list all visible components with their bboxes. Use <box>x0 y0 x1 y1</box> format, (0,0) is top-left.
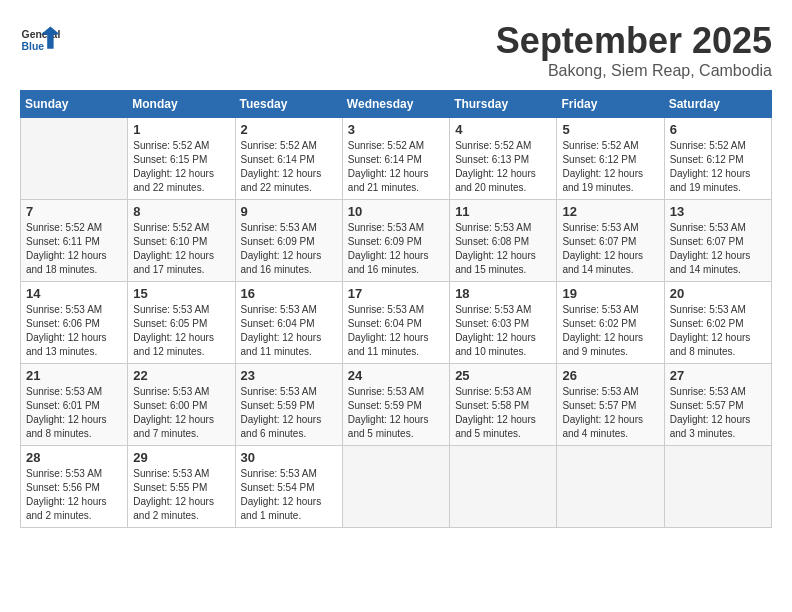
calendar-cell: 29Sunrise: 5:53 AM Sunset: 5:55 PM Dayli… <box>128 446 235 528</box>
calendar-cell: 8Sunrise: 5:52 AM Sunset: 6:10 PM Daylig… <box>128 200 235 282</box>
month-title: September 2025 <box>496 20 772 62</box>
day-info: Sunrise: 5:53 AM Sunset: 5:57 PM Dayligh… <box>670 385 766 441</box>
day-number: 14 <box>26 286 122 301</box>
day-number: 10 <box>348 204 444 219</box>
calendar-cell: 17Sunrise: 5:53 AM Sunset: 6:04 PM Dayli… <box>342 282 449 364</box>
day-info: Sunrise: 5:53 AM Sunset: 6:07 PM Dayligh… <box>670 221 766 277</box>
day-info: Sunrise: 5:53 AM Sunset: 6:07 PM Dayligh… <box>562 221 658 277</box>
day-number: 4 <box>455 122 551 137</box>
day-info: Sunrise: 5:52 AM Sunset: 6:14 PM Dayligh… <box>241 139 337 195</box>
calendar-cell: 24Sunrise: 5:53 AM Sunset: 5:59 PM Dayli… <box>342 364 449 446</box>
day-number: 16 <box>241 286 337 301</box>
day-number: 22 <box>133 368 229 383</box>
calendar-cell: 1Sunrise: 5:52 AM Sunset: 6:15 PM Daylig… <box>128 118 235 200</box>
day-number: 1 <box>133 122 229 137</box>
day-info: Sunrise: 5:53 AM Sunset: 6:04 PM Dayligh… <box>241 303 337 359</box>
calendar-cell: 3Sunrise: 5:52 AM Sunset: 6:14 PM Daylig… <box>342 118 449 200</box>
day-info: Sunrise: 5:53 AM Sunset: 6:08 PM Dayligh… <box>455 221 551 277</box>
calendar-cell: 9Sunrise: 5:53 AM Sunset: 6:09 PM Daylig… <box>235 200 342 282</box>
calendar-cell: 14Sunrise: 5:53 AM Sunset: 6:06 PM Dayli… <box>21 282 128 364</box>
day-number: 21 <box>26 368 122 383</box>
day-number: 7 <box>26 204 122 219</box>
day-info: Sunrise: 5:53 AM Sunset: 6:03 PM Dayligh… <box>455 303 551 359</box>
calendar-cell <box>450 446 557 528</box>
day-number: 2 <box>241 122 337 137</box>
calendar-cell <box>664 446 771 528</box>
day-header-friday: Friday <box>557 91 664 118</box>
calendar-cell: 20Sunrise: 5:53 AM Sunset: 6:02 PM Dayli… <box>664 282 771 364</box>
day-info: Sunrise: 5:52 AM Sunset: 6:13 PM Dayligh… <box>455 139 551 195</box>
calendar-cell: 26Sunrise: 5:53 AM Sunset: 5:57 PM Dayli… <box>557 364 664 446</box>
day-header-sunday: Sunday <box>21 91 128 118</box>
day-number: 24 <box>348 368 444 383</box>
day-number: 15 <box>133 286 229 301</box>
day-info: Sunrise: 5:53 AM Sunset: 6:09 PM Dayligh… <box>241 221 337 277</box>
day-number: 17 <box>348 286 444 301</box>
day-header-tuesday: Tuesday <box>235 91 342 118</box>
day-number: 13 <box>670 204 766 219</box>
day-info: Sunrise: 5:53 AM Sunset: 6:01 PM Dayligh… <box>26 385 122 441</box>
calendar-cell: 16Sunrise: 5:53 AM Sunset: 6:04 PM Dayli… <box>235 282 342 364</box>
day-info: Sunrise: 5:52 AM Sunset: 6:15 PM Dayligh… <box>133 139 229 195</box>
day-number: 26 <box>562 368 658 383</box>
calendar-cell: 7Sunrise: 5:52 AM Sunset: 6:11 PM Daylig… <box>21 200 128 282</box>
calendar-cell: 19Sunrise: 5:53 AM Sunset: 6:02 PM Dayli… <box>557 282 664 364</box>
day-info: Sunrise: 5:53 AM Sunset: 6:00 PM Dayligh… <box>133 385 229 441</box>
calendar-cell <box>21 118 128 200</box>
day-info: Sunrise: 5:52 AM Sunset: 6:10 PM Dayligh… <box>133 221 229 277</box>
day-number: 8 <box>133 204 229 219</box>
day-info: Sunrise: 5:53 AM Sunset: 6:09 PM Dayligh… <box>348 221 444 277</box>
day-number: 18 <box>455 286 551 301</box>
calendar-cell: 13Sunrise: 5:53 AM Sunset: 6:07 PM Dayli… <box>664 200 771 282</box>
day-number: 11 <box>455 204 551 219</box>
day-info: Sunrise: 5:53 AM Sunset: 6:02 PM Dayligh… <box>670 303 766 359</box>
day-number: 23 <box>241 368 337 383</box>
day-number: 3 <box>348 122 444 137</box>
day-number: 30 <box>241 450 337 465</box>
calendar-cell: 27Sunrise: 5:53 AM Sunset: 5:57 PM Dayli… <box>664 364 771 446</box>
day-header-saturday: Saturday <box>664 91 771 118</box>
calendar-cell <box>557 446 664 528</box>
day-info: Sunrise: 5:53 AM Sunset: 6:05 PM Dayligh… <box>133 303 229 359</box>
logo: General Blue <box>20 20 64 60</box>
day-info: Sunrise: 5:53 AM Sunset: 5:59 PM Dayligh… <box>241 385 337 441</box>
calendar-cell: 2Sunrise: 5:52 AM Sunset: 6:14 PM Daylig… <box>235 118 342 200</box>
day-header-wednesday: Wednesday <box>342 91 449 118</box>
day-number: 5 <box>562 122 658 137</box>
day-info: Sunrise: 5:53 AM Sunset: 6:06 PM Dayligh… <box>26 303 122 359</box>
calendar-cell: 30Sunrise: 5:53 AM Sunset: 5:54 PM Dayli… <box>235 446 342 528</box>
calendar-cell: 21Sunrise: 5:53 AM Sunset: 6:01 PM Dayli… <box>21 364 128 446</box>
day-info: Sunrise: 5:53 AM Sunset: 5:58 PM Dayligh… <box>455 385 551 441</box>
svg-text:Blue: Blue <box>22 41 45 52</box>
calendar-cell: 15Sunrise: 5:53 AM Sunset: 6:05 PM Dayli… <box>128 282 235 364</box>
day-number: 28 <box>26 450 122 465</box>
day-info: Sunrise: 5:53 AM Sunset: 5:54 PM Dayligh… <box>241 467 337 523</box>
calendar-cell: 11Sunrise: 5:53 AM Sunset: 6:08 PM Dayli… <box>450 200 557 282</box>
calendar-cell <box>342 446 449 528</box>
calendar-cell: 25Sunrise: 5:53 AM Sunset: 5:58 PM Dayli… <box>450 364 557 446</box>
day-info: Sunrise: 5:53 AM Sunset: 5:55 PM Dayligh… <box>133 467 229 523</box>
day-info: Sunrise: 5:53 AM Sunset: 5:56 PM Dayligh… <box>26 467 122 523</box>
calendar-cell: 23Sunrise: 5:53 AM Sunset: 5:59 PM Dayli… <box>235 364 342 446</box>
calendar-cell: 10Sunrise: 5:53 AM Sunset: 6:09 PM Dayli… <box>342 200 449 282</box>
day-info: Sunrise: 5:52 AM Sunset: 6:12 PM Dayligh… <box>562 139 658 195</box>
calendar-cell: 22Sunrise: 5:53 AM Sunset: 6:00 PM Dayli… <box>128 364 235 446</box>
day-info: Sunrise: 5:53 AM Sunset: 5:57 PM Dayligh… <box>562 385 658 441</box>
day-header-thursday: Thursday <box>450 91 557 118</box>
day-info: Sunrise: 5:53 AM Sunset: 5:59 PM Dayligh… <box>348 385 444 441</box>
day-info: Sunrise: 5:52 AM Sunset: 6:11 PM Dayligh… <box>26 221 122 277</box>
day-number: 20 <box>670 286 766 301</box>
day-info: Sunrise: 5:52 AM Sunset: 6:14 PM Dayligh… <box>348 139 444 195</box>
day-number: 12 <box>562 204 658 219</box>
day-info: Sunrise: 5:53 AM Sunset: 6:04 PM Dayligh… <box>348 303 444 359</box>
calendar-cell: 28Sunrise: 5:53 AM Sunset: 5:56 PM Dayli… <box>21 446 128 528</box>
day-number: 29 <box>133 450 229 465</box>
day-number: 19 <box>562 286 658 301</box>
calendar-cell: 4Sunrise: 5:52 AM Sunset: 6:13 PM Daylig… <box>450 118 557 200</box>
calendar-cell: 5Sunrise: 5:52 AM Sunset: 6:12 PM Daylig… <box>557 118 664 200</box>
location-subtitle: Bakong, Siem Reap, Cambodia <box>496 62 772 80</box>
calendar-cell: 12Sunrise: 5:53 AM Sunset: 6:07 PM Dayli… <box>557 200 664 282</box>
day-number: 27 <box>670 368 766 383</box>
day-number: 6 <box>670 122 766 137</box>
day-info: Sunrise: 5:53 AM Sunset: 6:02 PM Dayligh… <box>562 303 658 359</box>
